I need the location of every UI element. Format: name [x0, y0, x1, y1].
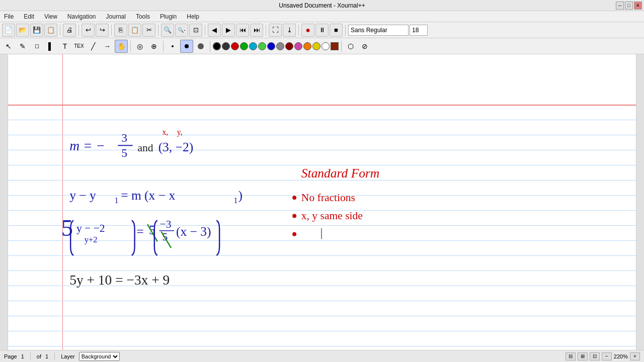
- main-area: m = − 3 5 and x, y, (3, −2) Standard For…: [0, 54, 644, 350]
- first-page-button[interactable]: ⏮: [236, 24, 249, 37]
- color-red[interactable]: [231, 42, 239, 50]
- print-button[interactable]: 🖨: [63, 24, 76, 37]
- h-line-14: [8, 316, 636, 316]
- prev-page-button[interactable]: ◀: [208, 24, 221, 37]
- sep6: [266, 25, 266, 36]
- color-custom[interactable]: [331, 42, 339, 50]
- menu-help[interactable]: Help: [185, 12, 201, 21]
- color-black[interactable]: [213, 42, 221, 50]
- menu-navigation[interactable]: Navigation: [65, 12, 98, 21]
- canvas-area[interactable]: m = − 3 5 and x, y, (3, −2) Standard For…: [8, 54, 636, 350]
- copy-button[interactable]: ⎘: [114, 24, 127, 37]
- cut-button[interactable]: ✂: [142, 24, 155, 37]
- menu-journal[interactable]: Journal: [104, 12, 128, 21]
- menu-edit[interactable]: Edit: [22, 12, 36, 21]
- snap-tool[interactable]: ◎: [133, 40, 146, 53]
- font-size-input[interactable]: [410, 25, 428, 36]
- color-gray[interactable]: [276, 42, 284, 50]
- fill-tool[interactable]: ⬡: [344, 40, 357, 53]
- pause-button[interactable]: ⏸: [315, 24, 329, 37]
- page: m = − 3 5 and x, y, (3, −2) Standard For…: [8, 54, 636, 350]
- sep-t4: [341, 41, 342, 52]
- right-scrollbar[interactable]: [636, 54, 644, 350]
- zoom-fit-button[interactable]: ⊡: [189, 24, 202, 37]
- menu-tools[interactable]: Tools: [134, 12, 152, 21]
- stroke-picker[interactable]: ⊘: [358, 40, 371, 53]
- minimize-button[interactable]: ─: [616, 2, 624, 10]
- redo-button[interactable]: ↪: [96, 24, 109, 37]
- font-input[interactable]: [348, 25, 409, 36]
- menu-view[interactable]: View: [42, 12, 59, 21]
- grid-view-btn[interactable]: ⊞: [578, 352, 588, 360]
- color-orange[interactable]: [303, 42, 311, 50]
- stop-button[interactable]: ■: [330, 24, 343, 37]
- undo-button[interactable]: ↩: [82, 24, 95, 37]
- save-as-button[interactable]: 📋: [44, 24, 57, 37]
- open-button[interactable]: 📂: [16, 24, 29, 37]
- single-page-btn[interactable]: ⊡: [590, 352, 600, 360]
- menu-plugin[interactable]: Plugin: [158, 12, 179, 21]
- color-yellow[interactable]: [312, 42, 320, 50]
- stroke-small-active[interactable]: [180, 40, 193, 53]
- zoom-out-button[interactable]: 🔍-: [175, 24, 188, 37]
- svg-text:5: 5: [162, 231, 168, 243]
- svg-text:=: =: [137, 224, 144, 239]
- next-page-button[interactable]: ▶: [222, 24, 235, 37]
- svg-text:(3, −2): (3, −2): [158, 140, 194, 154]
- sep-t2: [163, 41, 164, 52]
- h-line-10: [8, 255, 636, 256]
- line-tool[interactable]: ╱: [87, 40, 100, 53]
- color-green[interactable]: [240, 42, 248, 50]
- menu-file[interactable]: File: [2, 12, 16, 21]
- color-white[interactable]: [321, 42, 330, 50]
- layer-select[interactable]: Background: [79, 352, 120, 361]
- svg-text:5: 5: [121, 146, 127, 159]
- statusbar: Page 1 of 1 Layer Background ⊟ ⊞ ⊡ − 220…: [0, 350, 644, 362]
- svg-point-18: [292, 232, 296, 236]
- text-tool[interactable]: T: [58, 40, 71, 53]
- last-page-button[interactable]: ⏭: [250, 24, 263, 37]
- color-lime[interactable]: [258, 42, 266, 50]
- toolbar2: ↖ ✎ ◻ ▌ T TEX ╱ → ✋ ◎ ⊕ ⬡ ⊘: [0, 38, 644, 54]
- svg-text:y,: y,: [177, 128, 183, 137]
- svg-point-14: [292, 196, 296, 200]
- grid-snap-tool[interactable]: ⊕: [147, 40, 160, 53]
- stroke-tiny[interactable]: [166, 40, 179, 53]
- svg-point-16: [292, 214, 296, 218]
- h-line-6: [8, 195, 636, 196]
- selector-tool[interactable]: ↖: [2, 40, 15, 53]
- color-blue[interactable]: [267, 42, 275, 50]
- color-darkred[interactable]: [285, 42, 293, 50]
- math-tool[interactable]: TEX: [72, 40, 86, 53]
- arrow-tool[interactable]: →: [101, 40, 114, 53]
- save-button[interactable]: 💾: [30, 24, 43, 37]
- titlebar-controls: ─ □ ✕: [616, 2, 642, 10]
- color-black2[interactable]: [222, 42, 230, 50]
- zoom-out-status[interactable]: −: [602, 352, 612, 360]
- page-number: 1: [21, 353, 24, 359]
- titlebar-title: Unsaved Document - Xournal++: [279, 2, 365, 9]
- hand-tool[interactable]: ✋: [115, 40, 128, 53]
- view-icon-btn[interactable]: ⊟: [566, 352, 576, 360]
- fullscreen-button[interactable]: ⛶: [269, 24, 282, 37]
- math-svg: m = − 3 5 and x, y, (3, −2) Standard For…: [8, 54, 636, 350]
- of-label: of: [37, 353, 41, 359]
- titlebar: Unsaved Document - Xournal++ ─ □ ✕: [0, 0, 644, 11]
- maximize-button[interactable]: □: [625, 2, 633, 10]
- color-cyan[interactable]: [249, 42, 257, 50]
- color-pink[interactable]: [294, 42, 302, 50]
- zoom-in-button[interactable]: 🔍: [161, 24, 174, 37]
- pen-tool[interactable]: ✎: [16, 40, 29, 53]
- stroke-medium[interactable]: [194, 40, 207, 53]
- zoom-in-status[interactable]: +: [630, 352, 640, 360]
- highlighter-tool[interactable]: ▌: [44, 40, 57, 53]
- eraser-tool[interactable]: ◻: [30, 40, 43, 53]
- close-button[interactable]: ✕: [634, 2, 642, 10]
- new-button[interactable]: 📄: [2, 24, 15, 37]
- record-button[interactable]: ●: [301, 24, 314, 37]
- sep5: [205, 25, 205, 36]
- paste-button[interactable]: 📋: [128, 24, 141, 37]
- sep8: [345, 25, 346, 36]
- export-button[interactable]: ⤓: [283, 24, 296, 37]
- h-line-16: [8, 346, 636, 346]
